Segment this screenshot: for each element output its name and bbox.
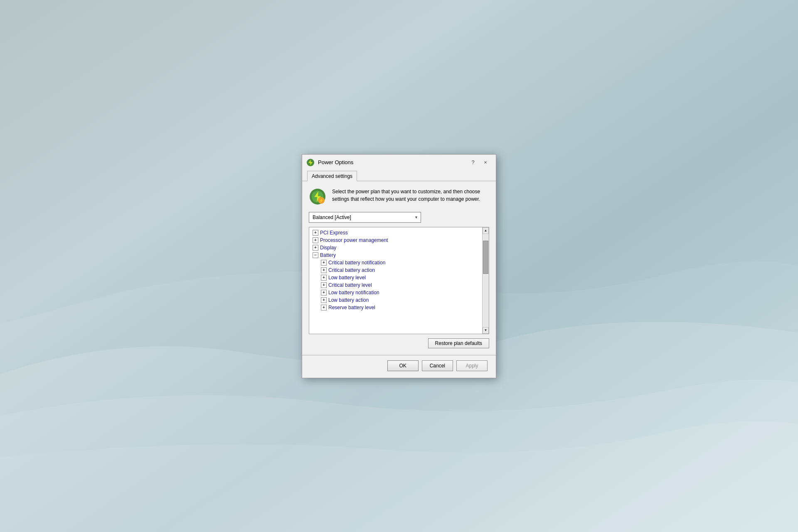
tree-item[interactable]: +Low battery level [309, 274, 489, 281]
scroll-up-button[interactable]: ▲ [483, 227, 489, 234]
tree-item[interactable]: +Critical battery action [309, 266, 489, 274]
tree-expand-icon[interactable]: + [321, 282, 327, 288]
tree-item-label: Display [320, 245, 336, 251]
tree-item-label: Low battery level [328, 275, 366, 281]
cancel-button[interactable]: Cancel [422, 360, 453, 371]
restore-plan-defaults-button[interactable]: Restore plan defaults [428, 338, 489, 348]
plan-dropdown-container: Balanced [Active] ▾ [309, 212, 489, 223]
tree-expand-icon[interactable]: + [321, 260, 327, 266]
scrollbar-thumb[interactable] [483, 241, 488, 274]
tree-item[interactable]: +Low battery action [309, 296, 489, 304]
tree-item-label: PCI Express [320, 230, 348, 236]
tree-expand-icon[interactable]: + [321, 275, 327, 281]
dialog-title: Power Options [318, 159, 468, 165]
tree-expand-icon[interactable]: + [313, 237, 318, 243]
scrollbar[interactable]: ▲ ▼ [482, 227, 489, 334]
settings-tree: +PCI Express+Processor power management+… [309, 227, 489, 334]
tree-expand-icon[interactable]: + [321, 305, 327, 310]
tree-item[interactable]: +PCI Express [309, 229, 489, 236]
tree-item-label: Critical battery action [328, 267, 375, 273]
tree-expand-icon[interactable]: + [321, 290, 327, 296]
tree-item-label: Low battery notification [328, 290, 379, 296]
tree-expand-icon[interactable]: + [321, 267, 327, 273]
info-description: Select the power plan that you want to c… [332, 188, 489, 203]
title-bar: Power Options ? × [302, 155, 496, 170]
plan-dropdown[interactable]: Balanced [Active] ▾ [309, 212, 421, 223]
tree-item-label: Critical battery notification [328, 260, 385, 266]
tree-item[interactable]: +Processor power management [309, 236, 489, 244]
info-section: ⚡ Select the power plan that you want to… [309, 188, 489, 205]
tree-item[interactable]: +Display [309, 244, 489, 251]
app-icon [306, 158, 315, 167]
svg-text:⚡: ⚡ [319, 198, 324, 203]
dropdown-value: Balanced [Active] [313, 214, 351, 220]
restore-container: Restore plan defaults [309, 338, 489, 348]
tree-item[interactable]: +Reserve battery level [309, 304, 489, 311]
tree-item-label: Battery [320, 252, 336, 258]
tree-list: +PCI Express+Processor power management+… [309, 227, 489, 334]
tree-item-label: Low battery action [328, 297, 369, 303]
button-row: OK Cancel Apply [309, 360, 489, 373]
power-options-dialog: Power Options ? × Advanced settings ⚡ Se [302, 154, 496, 378]
tree-expand-icon[interactable]: + [313, 245, 318, 251]
divider [302, 355, 496, 355]
tab-advanced-settings[interactable]: Advanced settings [307, 171, 357, 181]
tree-item[interactable]: −Battery [309, 251, 489, 259]
dialog-content: ⚡ Select the power plan that you want to… [302, 181, 496, 378]
dropdown-arrow-icon: ▾ [415, 215, 417, 219]
tree-expand-icon[interactable]: + [313, 230, 318, 236]
tab-bar: Advanced settings [302, 170, 496, 181]
scroll-down-button[interactable]: ▼ [483, 327, 489, 334]
close-button[interactable]: × [480, 158, 491, 167]
tree-expand-icon[interactable]: + [321, 297, 327, 303]
tree-item-label: Critical battery level [328, 282, 372, 288]
tree-item-label: Processor power management [320, 237, 388, 243]
power-icon: ⚡ [309, 188, 326, 205]
apply-button[interactable]: Apply [456, 360, 488, 371]
tree-item-label: Reserve battery level [328, 305, 375, 310]
tree-item[interactable]: +Low battery notification [309, 289, 489, 296]
ok-button[interactable]: OK [387, 360, 419, 371]
tree-item[interactable]: +Critical battery notification [309, 259, 489, 266]
tree-expand-icon[interactable]: − [313, 252, 318, 258]
title-bar-controls: ? × [468, 158, 491, 167]
help-button[interactable]: ? [468, 158, 478, 167]
tree-item[interactable]: +Critical battery level [309, 281, 489, 289]
scrollbar-track [483, 241, 489, 320]
